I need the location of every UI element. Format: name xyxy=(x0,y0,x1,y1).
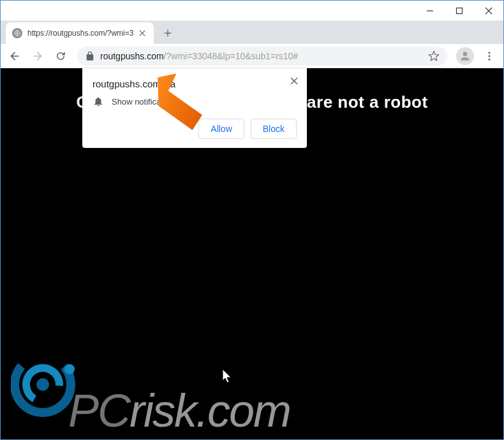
url-host: routgpushs.com xyxy=(100,51,164,61)
bookmark-star-icon[interactable] xyxy=(428,50,440,62)
page-content: C lick Allow to confirm yo u are not a r… xyxy=(1,68,503,439)
watermark-dotcom: .com xyxy=(196,385,290,436)
window-close-button[interactable] xyxy=(474,1,503,21)
mouse-cursor-icon xyxy=(223,369,234,387)
url-text: routgpushs.com/?wmi=33048&lp=10&sub1=rs1… xyxy=(100,51,298,61)
watermark-text: PCrisk.com xyxy=(68,385,290,436)
globe-icon xyxy=(12,28,22,38)
block-button[interactable]: Block xyxy=(251,119,297,139)
back-button[interactable] xyxy=(4,46,25,66)
popup-close-button[interactable] xyxy=(288,75,300,87)
svg-point-9 xyxy=(463,52,468,56)
svg-point-17 xyxy=(36,378,49,391)
bell-icon xyxy=(93,96,104,107)
forward-button[interactable] xyxy=(27,46,48,66)
browser-window: https://routgpushs.com/?wmi=3 routgpushs… xyxy=(0,0,504,440)
window-minimize-button[interactable] xyxy=(415,1,445,21)
watermark-swirl-icon xyxy=(11,346,87,423)
tab-close-button[interactable] xyxy=(137,28,147,38)
browser-tab[interactable]: https://routgpushs.com/?wmi=3 xyxy=(6,22,154,44)
menu-button[interactable] xyxy=(479,46,500,66)
annotation-arrow-icon xyxy=(155,73,212,146)
window-maximize-button[interactable] xyxy=(445,1,474,21)
toolbar: routgpushs.com/?wmi=33048&lp=10&sub1=rs1… xyxy=(1,44,503,68)
reload-button[interactable] xyxy=(50,46,71,66)
svg-point-12 xyxy=(489,58,491,60)
tab-strip: https://routgpushs.com/?wmi=3 xyxy=(1,21,503,44)
svg-rect-1 xyxy=(457,8,463,13)
new-tab-button[interactable] xyxy=(159,24,177,42)
svg-point-15 xyxy=(11,346,82,423)
tab-title: https://routgpushs.com/?wmi=3 xyxy=(27,29,133,38)
svg-point-11 xyxy=(489,55,491,57)
watermark: PCrisk.com xyxy=(11,385,290,437)
svg-point-18 xyxy=(64,364,75,374)
address-bar[interactable]: routgpushs.com/?wmi=33048&lp=10&sub1=rs1… xyxy=(77,47,447,66)
svg-point-10 xyxy=(489,52,491,54)
lock-icon xyxy=(85,51,95,61)
watermark-risk: risk xyxy=(130,385,196,436)
svg-point-16 xyxy=(20,362,65,407)
url-path: /?wmi=33048&lp=10&sub1=rs10# xyxy=(164,51,299,61)
window-titlebar xyxy=(1,1,503,21)
robot-text-suffix: u are not a robot xyxy=(292,92,428,112)
watermark-pc: PC xyxy=(68,385,130,436)
profile-avatar[interactable] xyxy=(456,47,474,65)
